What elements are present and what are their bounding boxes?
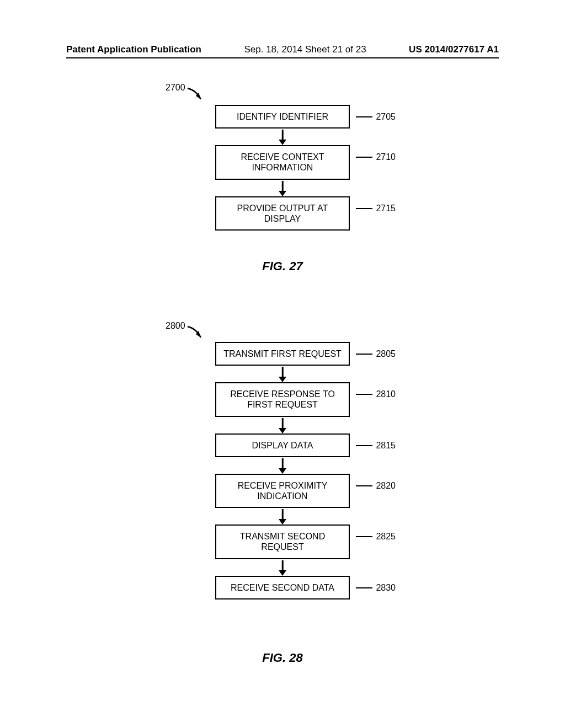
fig28-step-5-text: TRANSMIT SECOND REQUEST xyxy=(240,532,325,552)
fig28-step-1-ref: 2805 xyxy=(376,349,396,358)
fig28-step-5-ref: 2825 xyxy=(376,532,396,541)
fig27-step-2: RECEIVE CONTEXT INFORMATION 2710 xyxy=(215,145,350,179)
page-header: Patent Application Publication Sep. 18, … xyxy=(66,44,499,55)
fig27-caption: FIG. 27 xyxy=(262,259,302,274)
fig28-step-6-text: RECEIVE SECOND DATA xyxy=(231,583,334,592)
fig28-step-6: RECEIVE SECOND DATA 2830 xyxy=(215,576,350,599)
fig28-step-4-text: RECEIVE PROXIMITY INDICATION xyxy=(238,481,328,501)
page: Patent Application Publication Sep. 18, … xyxy=(0,0,565,728)
fig27-start-ref: 2700 xyxy=(166,83,185,93)
fig27-step-3-ref: 2715 xyxy=(376,204,396,213)
fig28-start-ref: 2800 xyxy=(166,321,185,331)
fig28-step-4: RECEIVE PROXIMITY INDICATION 2820 xyxy=(215,474,350,508)
fig27-flowchart: IDENTIFY IDENTIFIER 2705 RECEIVE CONTEXT… xyxy=(167,105,398,231)
header-rule xyxy=(66,57,499,58)
fig28-flowchart: TRANSMIT FIRST REQUEST 2805 RECEIVE RESP… xyxy=(167,342,398,599)
fig28-step-2: RECEIVE RESPONSE TO FIRST REQUEST 2810 xyxy=(215,382,350,416)
fig27-start-ref-text: 2700 xyxy=(166,83,185,92)
fig28-step-2-text: RECEIVE RESPONSE TO FIRST REQUEST xyxy=(230,389,335,409)
header-sheet: Sep. 18, 2014 Sheet 21 of 23 xyxy=(244,44,366,55)
fig28-start-ref-text: 2800 xyxy=(166,321,185,330)
fig27-step-1-ref: 2705 xyxy=(376,112,396,121)
fig27-step-1-text: IDENTIFY IDENTIFIER xyxy=(237,112,328,121)
header-publication: Patent Application Publication xyxy=(66,44,201,55)
fig28-step-3-ref: 2815 xyxy=(376,441,396,450)
fig28-step-4-ref: 2820 xyxy=(376,481,396,490)
fig27-step-3: PROVIDE OUTPUT AT DISPLAY 2715 xyxy=(215,196,350,231)
fig28-step-6-ref: 2830 xyxy=(376,583,396,592)
fig28-step-1-text: TRANSMIT FIRST REQUEST xyxy=(223,349,342,358)
header-docnumber: US 2014/0277617 A1 xyxy=(409,44,499,55)
fig27-step-2-text: RECEIVE CONTEXT INFORMATION xyxy=(241,152,324,172)
fig28-step-3-text: DISPLAY DATA xyxy=(252,441,313,450)
fig28-step-2-ref: 2810 xyxy=(376,389,396,399)
fig28-step-5: TRANSMIT SECOND REQUEST 2825 xyxy=(215,524,350,559)
fig28-step-1: TRANSMIT FIRST REQUEST 2805 xyxy=(215,342,350,366)
fig27-step-3-text: PROVIDE OUTPUT AT DISPLAY xyxy=(237,204,328,223)
fig27-step-1: IDENTIFY IDENTIFIER 2705 xyxy=(215,105,350,129)
fig28-step-3: DISPLAY DATA 2815 xyxy=(215,433,350,457)
fig27-step-2-ref: 2710 xyxy=(376,152,396,162)
fig28-caption: FIG. 28 xyxy=(262,651,302,665)
